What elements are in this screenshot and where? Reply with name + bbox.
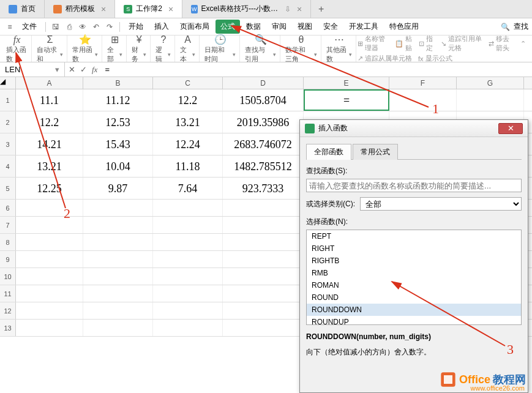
cell[interactable]: 12.25 [16,178,83,199]
row-header[interactable]: 6 [0,200,16,216]
trace-dependents-button[interactable]: ↗ 追踪从属单元格 [358,54,412,63]
undo-icon[interactable]: ↶ [90,21,102,33]
cell[interactable] [16,251,83,268]
cell[interactable]: 1482.785512 [223,155,304,177]
menu-layout[interactable]: 页面布局 [175,18,214,35]
redo-icon[interactable]: ↷ [103,21,116,33]
cell[interactable]: 10.04 [83,155,153,177]
tab-workbook[interactable]: S 工作簿2 × [115,0,182,18]
add-tab-button[interactable]: + [311,4,331,15]
cell[interactable] [223,251,304,268]
cell[interactable]: 2683.746072 [223,133,304,155]
other-functions-button[interactable]: ⋯ 其他函数 [323,36,356,62]
cell[interactable] [83,217,153,233]
fx-icon[interactable]: fx [92,65,97,75]
search-function-input[interactable] [306,179,522,192]
search-label[interactable]: 查找 [514,21,528,32]
remove-arrows-button[interactable]: ⇄ 移去箭头 [489,34,514,53]
cell[interactable] [153,285,223,302]
cell[interactable]: 14.21 [16,133,83,155]
row-header[interactable]: 7 [0,217,16,233]
file-menu[interactable]: 文件 [17,18,42,35]
function-list-item[interactable]: ROUNDDOWN [307,304,521,316]
row-header[interactable]: 2 [0,111,16,133]
row-header[interactable]: 1 [0,89,16,111]
row-header[interactable]: 4 [0,155,16,177]
cell[interactable] [457,89,524,111]
cell[interactable] [16,320,83,336]
tab-common-formulas[interactable]: 常用公式 [353,144,398,160]
function-list-item[interactable]: ROMAN [307,279,521,291]
tab-excel-tips[interactable]: W Excel表格技巧---小数点向上取整 ⇩ × [182,0,311,18]
all-functions-button[interactable]: ⊞ 全部 [103,36,127,62]
cell[interactable]: 2019.35986 [223,111,304,133]
recent-functions-button[interactable]: ⭐ 常用函数 [69,36,102,62]
col-header[interactable]: C [153,77,223,89]
col-header[interactable]: F [389,77,457,89]
cell[interactable] [223,302,304,319]
cell[interactable] [16,302,83,319]
cell[interactable]: 7.64 [153,178,223,199]
cell[interactable]: 12.2 [153,89,223,111]
row-header[interactable]: 8 [0,234,16,250]
cell[interactable] [83,302,153,319]
cell[interactable] [16,234,83,250]
menu-special[interactable]: 特色应用 [384,18,424,35]
function-list-item[interactable]: RMB [307,267,521,279]
cell[interactable] [83,234,153,250]
close-icon[interactable]: × [101,4,106,14]
datetime-button[interactable]: 🕒 日期和时间 [201,36,240,62]
cell[interactable]: 923.7333 [223,178,304,199]
logical-button[interactable]: ? 逻辑 [152,36,175,62]
tab-templates[interactable]: 稻壳模板 × [45,0,115,18]
menu-review[interactable]: 审阅 [267,18,291,35]
row-header[interactable]: 10 [0,268,16,285]
tab-all-functions[interactable]: 全部函数 [306,144,351,160]
row-header[interactable]: 12 [0,302,16,319]
cell[interactable] [153,268,223,285]
text-button[interactable]: A 文本 [176,36,200,62]
dialog-titlebar[interactable]: 插入函数 ✕ [300,120,528,137]
cell[interactable]: = [304,89,389,111]
cancel-formula-icon[interactable]: ✕ [69,65,75,74]
insert-function-button[interactable]: fx 插入函数 [2,36,32,62]
menu-formula[interactable]: 公式 [215,20,240,34]
name-manager-button[interactable]: ⊞ 名称管理器 [358,34,389,53]
cell[interactable] [83,285,153,302]
search-icon[interactable]: 🔍 [501,23,510,31]
row-header[interactable]: 5 [0,178,16,199]
function-list-item[interactable]: RIGHT [307,242,521,255]
cell[interactable]: 11.1 [16,89,83,111]
cell[interactable]: 1505.8704 [223,89,304,111]
select-all-corner[interactable]: ◢ [0,77,16,89]
preview-icon[interactable]: 👁 [77,21,89,33]
menu-data[interactable]: 数据 [241,18,266,35]
cell[interactable]: 13.21 [16,155,83,177]
cell[interactable] [223,268,304,285]
cell[interactable] [153,200,223,216]
function-list-item[interactable]: ROUND [307,291,521,304]
cell[interactable] [153,217,223,233]
cell[interactable] [16,217,83,233]
cell[interactable] [223,217,304,233]
dialog-close-button[interactable]: ✕ [498,123,523,134]
col-header[interactable]: B [83,77,153,89]
menu-devtools[interactable]: 开发工具 [344,18,383,35]
close-icon[interactable]: × [168,4,173,14]
cell[interactable] [153,302,223,319]
math-button[interactable]: θ 数学和三角 [282,36,321,62]
menu-start[interactable]: 开始 [124,18,148,35]
cell[interactable] [16,200,83,216]
print-icon[interactable]: ⎙ [63,21,75,33]
menu-view[interactable]: 视图 [293,18,317,35]
col-header[interactable]: D [223,77,304,89]
cell[interactable] [16,285,83,302]
cell[interactable]: 15.43 [83,133,153,155]
row-header[interactable]: 11 [0,285,16,302]
function-list-item[interactable]: REPT [307,230,521,242]
save-icon[interactable]: 🖫 [50,21,62,33]
cell[interactable]: 11.12 [83,89,153,111]
cell[interactable] [83,251,153,268]
cell[interactable] [223,200,304,216]
cell[interactable]: 9.87 [83,178,153,199]
